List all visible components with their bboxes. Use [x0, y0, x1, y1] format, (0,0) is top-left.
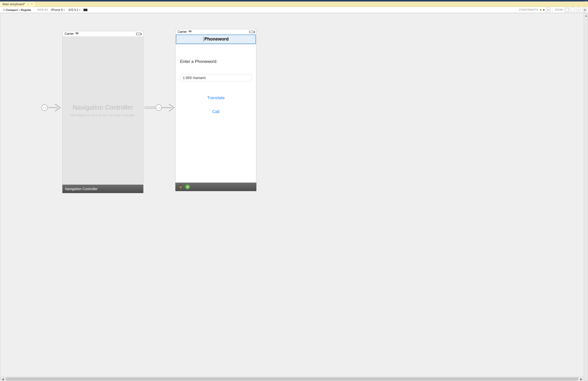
zoom-in-icon[interactable]: + [577, 8, 581, 12]
scene-dock[interactable]: ◎ ➜ [175, 183, 256, 191]
view-as-label: VIEW AS [36, 8, 48, 11]
zoom-actual-icon[interactable]: ▥ [583, 8, 587, 12]
scroll-thumb[interactable] [6, 378, 578, 381]
window-menu-caret[interactable]: ▾ [585, 0, 587, 3]
segue-knob-icon: ▭ [156, 104, 162, 111]
pin-icon[interactable]: ⊸ [27, 3, 29, 5]
status-bar: Carrier [63, 31, 143, 36]
device-dropdown[interactable]: iPhone 6 ▾ [50, 8, 65, 12]
ios-version-dropdown[interactable]: iOS 9.2 ▾ [68, 8, 81, 12]
phoneword-prompt-label: Enter a Phoneword: [180, 59, 252, 64]
battery-icon [136, 33, 141, 35]
designer-toolbar: WCompact HRegular VIEW AS iPhone 6 ▾ iOS… [0, 7, 588, 13]
scene-dock-title: Navigation Controller [65, 187, 98, 191]
exit-icon[interactable]: ➜ [185, 184, 190, 189]
constraints-frame-icon[interactable]: ▭ [546, 8, 550, 12]
navigation-bar-title[interactable]: Phoneword [203, 37, 229, 42]
navigation-bar[interactable]: Phoneword [176, 34, 256, 44]
document-tabstrip: Main.storyboard* ⊸ × [0, 1, 588, 7]
document-tab-main-storyboard[interactable]: Main.storyboard* ⊸ × [0, 1, 36, 7]
initial-segue-arrow[interactable]: ▭ [41, 103, 64, 113]
vertical-scrollbar[interactable]: ▲ [584, 13, 588, 381]
root-segue-arrow[interactable]: ▭ [144, 103, 177, 113]
call-button[interactable]: Call [180, 109, 252, 114]
storyboard-canvas[interactable]: ▭ Carrier [0, 13, 588, 381]
carrier-label: Carrier [65, 32, 74, 36]
constraints-label: CONSTRAINTS [519, 8, 539, 11]
chevron-down-icon: ▾ [64, 9, 65, 11]
phoneword-input[interactable] [180, 74, 252, 82]
segue-knob-icon: ▭ [41, 104, 48, 111]
zoom-label: ZOOM [555, 8, 563, 11]
orientation-toggle[interactable] [83, 9, 87, 11]
scene-navigation-controller[interactable]: Carrier Navigation Controller Ctrl+drag … [62, 31, 143, 193]
scroll-left-arrow-icon[interactable]: ◀ [1, 377, 5, 381]
scene-dock[interactable]: Navigation Controller [62, 185, 143, 193]
scroll-right-arrow-icon[interactable]: ▶ [579, 377, 583, 381]
zoom-out-icon[interactable]: − [571, 8, 575, 12]
scene-phoneword[interactable]: Carrier Phoneword Enter a Phoneword: [175, 29, 256, 191]
constraints-add-icon[interactable] [540, 9, 542, 11]
wifi-icon [75, 33, 79, 35]
scroll-up-arrow-icon[interactable]: ▲ [584, 14, 588, 18]
chevron-down-icon: ▾ [79, 9, 80, 11]
close-icon[interactable]: × [31, 2, 33, 6]
zoom-fit-icon[interactable]: ⛶ [565, 8, 569, 12]
document-tab-title: Main.storyboard* [2, 2, 25, 6]
constraints-clear-icon[interactable] [543, 9, 545, 11]
size-class-selector[interactable]: WCompact HRegular [1, 8, 33, 11]
nav-controller-hint: Ctrl+drag from here to set root view con… [70, 113, 136, 117]
navigation-controller-body: Navigation Controller Ctrl+drag from her… [63, 36, 143, 184]
wifi-icon [188, 31, 192, 33]
translate-button[interactable]: Translate [180, 95, 252, 100]
status-bar: Carrier [176, 29, 256, 34]
nav-controller-title: Navigation Controller [73, 104, 133, 111]
carrier-label: Carrier [178, 30, 187, 34]
battery-icon [249, 31, 254, 33]
horizontal-scrollbar[interactable]: ◀ ▶ [0, 377, 584, 381]
view-controller-icon[interactable]: ◎ [178, 184, 183, 189]
